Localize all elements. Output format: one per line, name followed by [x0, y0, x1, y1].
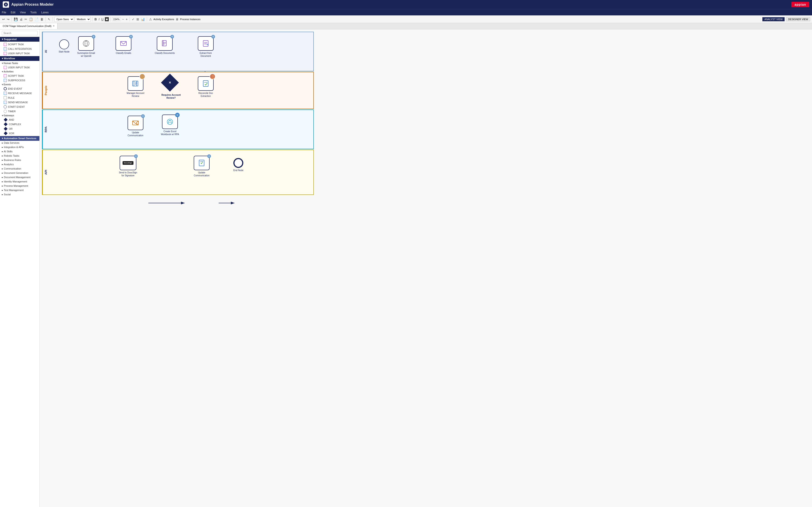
sidebar-label-and: AND	[9, 118, 14, 121]
toolbar-print[interactable]: 🖨	[19, 17, 23, 21]
toolbar-redo[interactable]: ↪	[6, 17, 10, 21]
sidebar-item-identity-management[interactable]: ▸ Identity Management	[0, 179, 39, 184]
designer-view-button[interactable]: DESIGNER VIEW	[786, 17, 810, 21]
canvas[interactable]: Yes No AI Start Node ⚙	[40, 30, 812, 507]
sidebar-item-end-event[interactable]: END EVENT	[0, 87, 39, 91]
manager-review-icon	[132, 80, 139, 88]
toolbar-grid[interactable]: ⊞	[136, 17, 140, 21]
sidebar-item-script-task-suggested[interactable]: SCRIPT TASK	[0, 42, 39, 47]
toolbar-check[interactable]: ✓	[132, 17, 135, 21]
create-excel-box	[162, 115, 178, 129]
menu-file[interactable]: File	[2, 11, 6, 14]
toolbar-copy[interactable]: 📋	[29, 17, 33, 21]
sidebar-item-social[interactable]: ▸ Social	[0, 192, 39, 197]
menu-tools[interactable]: Tools	[30, 11, 37, 14]
sidebar-item-data-services[interactable]: ▸ Data Services	[0, 141, 39, 145]
process-instances-label[interactable]: Process Instances	[180, 18, 201, 20]
manager-review-node[interactable]: Manager Account Review	[125, 76, 146, 98]
search-input[interactable]	[2, 31, 38, 35]
menu-edit[interactable]: Edit	[11, 11, 15, 14]
update-comm2-label: Update Communication	[192, 171, 212, 177]
toolbar-pointer[interactable]: ↖	[47, 17, 51, 21]
toolbar-undo[interactable]: ↩	[2, 17, 5, 21]
toolbar-color[interactable]: ■	[105, 17, 108, 21]
top-bar: A Appian Process Modeler appian	[0, 0, 812, 9]
sidebar-item-ai-skills[interactable]: ▸ AI Skills	[0, 150, 39, 154]
toolbar-italic[interactable]: I	[98, 17, 100, 21]
summarize-email-node[interactable]: ⚙ Summarize Email w/ OpenAI	[76, 36, 96, 57]
svg-point-20	[83, 41, 89, 46]
sidebar-item-document-management[interactable]: ▸ Document Management	[0, 175, 39, 179]
or-icon	[4, 127, 8, 131]
toolbar-chart[interactable]: 📊	[141, 17, 145, 21]
sidebar-item-test-management[interactable]: ▸ Test Management	[0, 188, 39, 192]
font-weight-select[interactable]: Medium	[75, 17, 91, 22]
automation-items: ▸ Data Services ▸ Integration & APIs ▸ A…	[0, 141, 39, 197]
create-excel-node[interactable]: Create Excel Workbook w/ RPA	[160, 115, 180, 136]
toolbar-bold[interactable]: B	[94, 17, 97, 21]
update-comm-icon	[132, 119, 139, 127]
sidebar-item-start-event[interactable]: START EVENT	[0, 105, 39, 109]
sidebar-item-user-input-suggested[interactable]: USER INPUT TASK	[0, 51, 39, 56]
svg-point-38	[212, 75, 214, 77]
active-tab[interactable]: CCM Triage Inbound Communication (Draft)…	[0, 23, 58, 29]
sidebar-label-send: SEND MESSAGE	[8, 101, 28, 104]
requires-review-node[interactable]: ✕ Requires Account Review?	[160, 76, 183, 99]
sidebar-item-document-generation[interactable]: ▸ Document Generation	[0, 171, 39, 175]
sidebar-item-send-message[interactable]: SEND MESSAGE	[0, 100, 39, 105]
extract-node[interactable]: ⚙ Extract from Document	[196, 36, 216, 57]
start-node[interactable]: Start Node	[59, 39, 69, 53]
process-instances-icon: 🖥	[175, 17, 179, 21]
font-family-select[interactable]: Open Sans	[54, 17, 74, 22]
end-node[interactable]: End Node	[233, 158, 243, 172]
analyst-view-button[interactable]: ANALYST VIEW	[762, 17, 784, 21]
classify-emails-node[interactable]: ⚙ Classify Emails	[115, 36, 132, 55]
update-comm2-node[interactable]: ⚙ Update Communication	[192, 156, 212, 177]
toolbar-save[interactable]: 💾	[13, 17, 18, 21]
reconcile-box	[198, 76, 214, 91]
classify-docs-node[interactable]: ⚙ Classify Documents	[155, 36, 175, 55]
sidebar-item-communication[interactable]: ▸ Communication	[0, 167, 39, 171]
workflow-subsection: ▾ Human Tasks USER INPUT TASK ▾ Activiti…	[0, 61, 39, 136]
sidebar-item-xor[interactable]: XOR	[0, 131, 39, 135]
sidebar-item-rule[interactable]: RULE	[0, 96, 39, 100]
xor-icon	[4, 131, 8, 135]
reconcile-label: Reconcile Doc Extraction	[196, 92, 216, 98]
sidebar-item-timer[interactable]: TIMER	[0, 109, 39, 114]
user-input-icon	[4, 52, 7, 55]
toolbar-delete[interactable]: 🗑	[40, 17, 44, 21]
sidebar-item-integration-apis[interactable]: ▸ Integration & APIs	[0, 145, 39, 150]
automation-section-header: ▾ Automation Smart Services	[0, 136, 39, 141]
menu-view[interactable]: View	[20, 11, 26, 14]
update-comm-node[interactable]: ⚙ Update Communication	[125, 116, 146, 137]
svg-point-32	[141, 77, 144, 79]
sidebar-item-and[interactable]: AND	[0, 117, 39, 122]
extract-gear-icon: ⚙	[211, 35, 215, 39]
sidebar-item-or[interactable]: OR	[0, 126, 39, 131]
toolbar-paste[interactable]: 📄	[34, 17, 39, 21]
sidebar-item-robotic-tasks[interactable]: ▸ Robotic Tasks	[0, 154, 39, 158]
reconcile-node[interactable]: Reconcile Doc Extraction	[196, 76, 216, 98]
sidebar-item-complex[interactable]: COMPLEX	[0, 122, 39, 126]
manager-avatar	[139, 73, 145, 79]
zoom-in[interactable]: +	[125, 17, 128, 21]
sidebar-item-call-integration[interactable]: CALL INTEGRATION	[0, 47, 39, 51]
sidebar-item-subprocess[interactable]: SUBPROCESS	[0, 78, 39, 82]
sidebar-item-receive-message[interactable]: RECEIVE MESSAGE	[0, 91, 39, 96]
toolbar-cut[interactable]: ✂	[24, 17, 28, 21]
svg-point-45	[177, 115, 178, 115]
tab-close-button[interactable]: ✕	[53, 25, 55, 27]
activities-title: ▾ Activities	[0, 70, 39, 73]
activity-exceptions-label[interactable]: Activity Exceptions	[153, 18, 174, 20]
manager-review-box	[128, 76, 143, 91]
sidebar-item-user-input-task[interactable]: USER INPUT TASK	[0, 65, 39, 70]
sidebar-item-business-rules[interactable]: ▸ Business Rules	[0, 158, 39, 162]
sidebar-item-script-task[interactable]: SCRIPT TASK	[0, 73, 39, 78]
toolbar-underline[interactable]: U	[101, 17, 104, 21]
sidebar-item-process-management[interactable]: ▸ Process Management	[0, 184, 39, 188]
docusign-node[interactable]: ⚙ DocuSign Send to DoucSign for Signatur…	[118, 156, 138, 177]
menu-lanes[interactable]: Lanes	[41, 11, 49, 14]
sidebar-item-analytics[interactable]: ▸ Analytics	[0, 162, 39, 167]
zoom-out[interactable]: −	[122, 17, 124, 21]
start-event-icon	[4, 105, 7, 108]
